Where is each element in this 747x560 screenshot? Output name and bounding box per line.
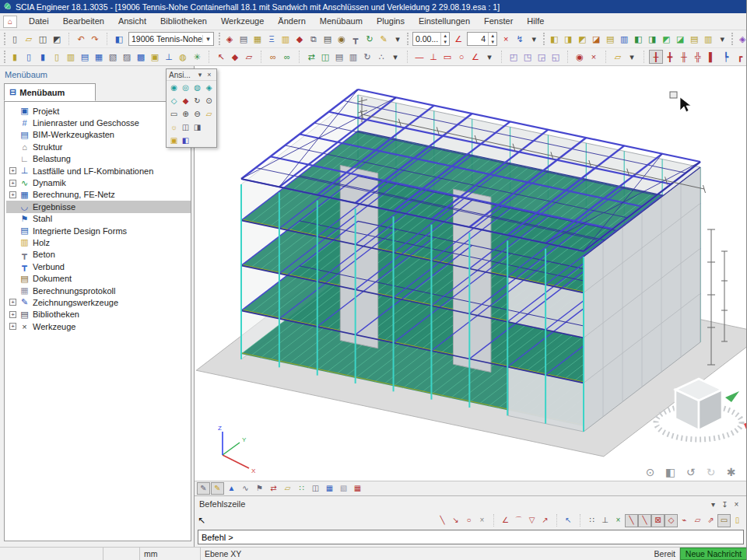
zoom-plus-icon[interactable]: ⊕ <box>180 108 191 120</box>
snap-cursor-mode-icon[interactable]: ↖ <box>562 514 575 527</box>
mesh-display-icon[interactable]: ∷ <box>295 482 308 495</box>
toolbar-grip[interactable] <box>731 33 733 45</box>
draw-circle-icon[interactable]: ○ <box>454 50 468 64</box>
zoom-minus-icon[interactable]: ⊖ <box>191 108 203 120</box>
xi-parameters-icon[interactable]: Ξ <box>265 32 279 46</box>
grid-step-spinner[interactable]: 4 ▲▼ <box>467 32 497 46</box>
menu-item[interactable]: Datei <box>22 13 56 30</box>
wall-toggle-10-icon[interactable]: ◪ <box>673 32 687 46</box>
snap-arc-icon[interactable]: ⌒ <box>512 514 525 527</box>
schnitt-a-icon[interactable]: ◫ <box>180 121 191 133</box>
more-dropdown-icon[interactable]: ▾ <box>527 32 541 46</box>
grid-display-icon[interactable]: ▦ <box>351 482 364 495</box>
rotation-zoom-icon[interactable]: ↻ <box>191 95 203 107</box>
profile-column-icon[interactable]: ▮ <box>36 50 50 64</box>
snap-endpoint2-icon[interactable]: ╲ <box>638 514 651 527</box>
edit-document-icon[interactable]: ✎ <box>377 32 391 46</box>
tree-item-protokoll[interactable]: ▦ Berechnungsprotokoll <box>6 285 191 296</box>
toolbar-grip[interactable] <box>4 51 5 63</box>
view-settings-gear-icon[interactable]: ✱ <box>724 465 738 478</box>
wall-toggle-4-icon[interactable]: ◪ <box>589 32 603 46</box>
iso-view-cube-icon[interactable]: ◧ <box>664 465 677 478</box>
panel-close-icon[interactable]: × <box>731 500 742 509</box>
rotate-right-icon[interactable]: ↻ <box>704 465 717 478</box>
menu-item[interactable]: Ändern <box>271 13 312 30</box>
draw-dimension-icon[interactable]: ⊥ <box>426 50 440 64</box>
ansicht-panel-header[interactable]: Ansi... ▾ × <box>167 69 216 81</box>
beschriftung-icon[interactable]: ▣ <box>168 135 180 146</box>
polygon-3-icon[interactable]: ◲ <box>535 50 549 64</box>
expand-icon[interactable] <box>9 180 16 187</box>
zoom-icon[interactable]: ⊙ <box>203 95 215 107</box>
profile-support-icon[interactable]: ⊥ <box>162 50 176 64</box>
table-icon[interactable]: ┳ <box>349 32 363 46</box>
eye-icon[interactable]: ◉ <box>573 50 587 64</box>
toolbar-grip[interactable] <box>543 33 545 45</box>
project-combobox[interactable]: 19006 Tennis-Nohe ▾ <box>128 32 214 46</box>
snap-box-icon[interactable]: ▯ <box>731 514 744 527</box>
connection-expand-icon[interactable]: ┡ <box>719 50 733 64</box>
profile-shell-icon[interactable]: ▧ <box>106 50 120 64</box>
wall-toggle-12-icon[interactable]: ▥ <box>701 32 715 46</box>
tree-item-struktur[interactable]: ⌂ Struktur <box>6 141 191 152</box>
ucs-pen-icon[interactable]: ✎ <box>197 482 210 495</box>
panel-menu-down-icon[interactable]: ▾ <box>195 71 205 79</box>
tree-item-projekt[interactable]: ▣ Projekt <box>6 105 191 117</box>
menu-item[interactable]: Ansicht <box>111 13 153 30</box>
node-labels-icon[interactable]: ▲ <box>225 482 238 495</box>
select-polygon-icon[interactable]: ◆ <box>228 50 242 64</box>
save-all-icon[interactable]: ◩ <box>50 32 64 46</box>
tree-item-idf[interactable]: ▤ Integrierte Design Forms <box>6 225 191 236</box>
expand-icon[interactable] <box>9 191 16 198</box>
angle-spinner[interactable]: 0.00... ▲▼ <box>412 32 450 46</box>
snap-ray-icon[interactable]: ↗ <box>538 514 552 527</box>
zoom-fenster-icon[interactable]: ▭ <box>168 108 180 120</box>
profile-1d-icon[interactable]: ▮ <box>8 50 22 64</box>
expand-icon[interactable] <box>9 311 16 318</box>
tree-item-beton[interactable]: ┳ Beton <box>6 249 191 261</box>
gallery-icon[interactable]: ⧉ <box>307 32 321 46</box>
render-wire-icon[interactable]: ▧ <box>337 482 350 495</box>
delete-icon[interactable]: × <box>587 50 601 64</box>
polygon-4-icon[interactable]: ◱ <box>549 50 563 64</box>
spinner-arrows-icon[interactable]: ▲▼ <box>440 33 449 45</box>
rotate-icon[interactable]: ↻ <box>360 50 374 64</box>
snap-polygon-icon[interactable]: ▱ <box>691 514 704 527</box>
tab-menubaum[interactable]: ⊟ Menübaum <box>4 83 96 101</box>
snap-line-icon[interactable]: ╲ <box>436 514 449 527</box>
tree-item-holz[interactable]: ▥ Holz <box>6 236 191 248</box>
tree-item-stahl[interactable]: ⚑ Stahl <box>6 213 191 225</box>
command-input[interactable] <box>198 530 744 544</box>
snap-grid-icon[interactable]: ∷ <box>585 514 598 527</box>
snap-perpendicular-icon[interactable]: ◇ <box>665 514 678 527</box>
search-document-icon[interactable]: ◉ <box>335 32 349 46</box>
zoom-all-icon[interactable]: ⊙ <box>644 465 657 478</box>
tree-item-linienraster[interactable]: # Linienraster und Geschosse <box>6 117 191 128</box>
expand-icon[interactable] <box>9 167 16 174</box>
refresh-document-icon[interactable]: ↻ <box>363 32 377 46</box>
tree-item-dokument[interactable]: ▤ Dokument <box>6 272 191 284</box>
wall-toggle-8-icon[interactable]: ◨ <box>645 32 659 46</box>
menu-item[interactable]: Bibliotheken <box>153 13 214 30</box>
teamwork-icon[interactable]: ◈ <box>223 32 237 46</box>
ansicht-axo-icon[interactable]: ◈ <box>203 82 215 93</box>
panel-close-icon[interactable]: × <box>205 71 214 79</box>
more-dropdown-icon[interactable]: ▾ <box>482 50 496 64</box>
expand-icon[interactable] <box>9 323 16 330</box>
more-edit-icon[interactable]: ∴ <box>374 50 388 64</box>
columns-icon[interactable]: ▥ <box>346 50 360 64</box>
menu-item[interactable]: Bearbeiten <box>56 13 111 30</box>
snap-intersection-icon[interactable]: ⊠ <box>651 514 665 527</box>
ansicht-z-icon[interactable]: ◍ <box>191 82 203 93</box>
more-dropdown-icon[interactable]: ▾ <box>391 32 405 46</box>
save-icon[interactable]: ◫ <box>36 32 50 46</box>
tree-item-berechnung[interactable]: ▦ Berechnung, FE-Netz <box>6 189 191 201</box>
connection-grid-icon[interactable]: ▌ <box>705 50 719 64</box>
split-window-icon[interactable]: ◧ <box>112 32 126 46</box>
draw-angle-icon[interactable]: ∠ <box>468 50 482 64</box>
connection-frame-icon[interactable]: ╂ <box>649 50 663 64</box>
tree-item-bibliotheken[interactable]: ▤ Bibliotheken <box>6 309 191 320</box>
render-settings-icon[interactable]: ▦ <box>323 482 336 495</box>
draw-line-icon[interactable]: — <box>412 50 426 64</box>
snap-midpoint-icon[interactable]: × <box>612 514 625 527</box>
